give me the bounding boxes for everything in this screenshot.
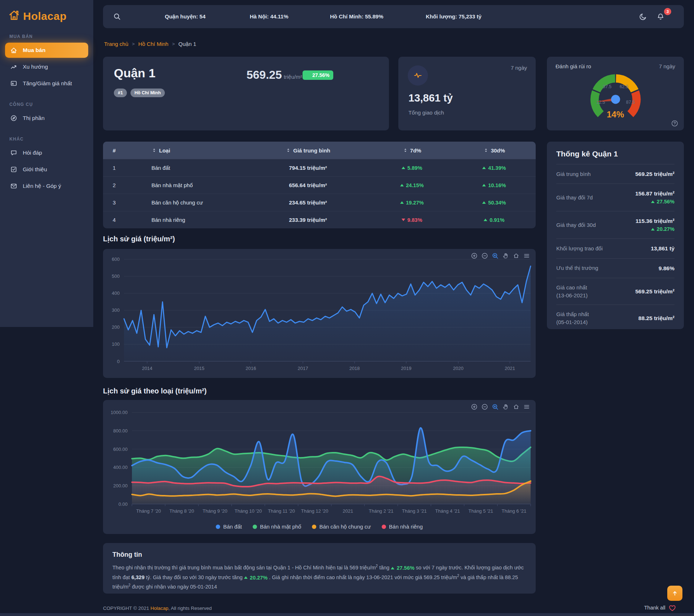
row-price: 233.39 triệu/m² [245,217,371,223]
svg-text:200: 200 [112,324,120,330]
svg-text:2019: 2019 [401,366,411,371]
sidebar-item-gioi-thieu[interactable]: Giới thiệu [5,162,88,177]
zoom-in-icon[interactable] [471,404,477,410]
notification-bell-icon[interactable] [656,13,665,21]
selection-zoom-icon[interactable] [492,404,498,410]
zoom-in-icon[interactable] [471,253,477,259]
svg-text:Tháng 7 '20: Tháng 7 '20 [136,508,161,514]
zoom-out-icon[interactable] [481,253,488,259]
table-row[interactable]: 3 Bán căn hộ chung cư 234.65 triệu/m² 19… [103,194,536,211]
legend-item[interactable]: Bán nhà riêng [382,524,423,530]
sidebar: Holacap MUA BÁN Mua bán Xu hướng Tăng/Gi… [0,0,93,327]
activity-pulse-icon [408,65,428,86]
sidebar-item-label: Giới thiệu [23,166,47,173]
price-change-badge: 27.56% [303,70,333,80]
table-row[interactable]: 4 Bán nhà riêng 233.39 triệu/m² 9.83% 0.… [103,211,536,228]
table-row[interactable]: 1 Bán đất 794.15 triệu/m² 5.89% 41.39% [103,159,536,176]
compass-icon [10,115,17,122]
help-icon[interactable] [671,120,678,127]
city-badge: Hồ Chí Minh [130,89,165,97]
selection-zoom-icon[interactable] [492,253,498,259]
row-index: 4 [103,217,125,223]
stat-ho-chi-minh: Hồ Chí Minh: 55.89% [330,13,384,20]
breadcrumb-current: Quận 1 [179,41,196,47]
svg-text:Tháng 4 '21: Tháng 4 '21 [435,508,460,514]
svg-text:87.5: 87.5 [626,100,635,105]
svg-text:2017: 2017 [298,366,308,371]
table-header-type[interactable]: Loại [125,147,245,154]
sidebar-item-xu-huong[interactable]: Xu hướng [5,59,88,74]
svg-text:Tháng 6 '21: Tháng 6 '21 [502,508,526,514]
svg-text:Tháng 5 '21: Tháng 5 '21 [468,508,493,514]
sidebar-item-lien-he[interactable]: Liên hệ - Góp ý [5,178,88,194]
row-30d-change: 41.39% [453,165,536,171]
svg-text:500: 500 [112,273,120,279]
table-header-7d[interactable]: 7d% [371,147,453,154]
chart-toolbar [471,404,530,410]
pan-hand-icon[interactable] [502,404,509,410]
mail-icon [10,182,17,190]
pan-hand-icon[interactable] [502,253,509,259]
reset-home-icon[interactable] [513,404,519,410]
footer-brand[interactable]: Holacap [150,606,168,611]
reset-home-icon[interactable] [513,253,519,259]
row-30d-change: 10.16% [453,182,536,188]
district-price: 569.25 triệu/m² [247,68,302,82]
table-row[interactable]: 2 Bán nhà mặt phố 656.64 triệu/m² 24.15%… [103,176,536,194]
topbar: Quận huyện: 54 Hà Nội: 44.11% Hồ Chí Min… [103,5,684,28]
sidebar-item-mua-ban[interactable]: Mua bán [5,43,88,58]
row-index: 2 [103,182,125,188]
price-by-type-title: Lịch sử giá theo loại (triệu/m²) [103,387,207,395]
chat-bubble-icon [10,149,17,156]
row-7d-change: 24.15% [371,182,453,188]
breadcrumb-city[interactable]: Hồ Chí Minh [138,41,168,47]
row-30d-change: 50.34% [453,200,536,206]
legend-item[interactable]: Bán đất [216,524,242,530]
svg-text:2014: 2014 [142,366,153,371]
svg-text:400.00: 400.00 [113,465,128,470]
svg-text:2016: 2016 [246,366,256,371]
dark-mode-moon-icon[interactable] [639,13,647,21]
sidebar-item-label: Xu hướng [23,64,48,70]
legend-item[interactable]: Bán căn hộ chung cư [312,524,371,530]
breadcrumb-home[interactable]: Trang chủ [104,41,128,47]
row-price: 794.15 triệu/m² [245,165,371,171]
svg-text:2021: 2021 [505,366,515,371]
table-header-30d[interactable]: 30d% [453,147,536,154]
row-type: Bán căn hộ chung cư [125,199,245,206]
table-header-index: # [103,147,125,154]
sidebar-item-tang-giam-gia-nhat[interactable]: Tăng/Giảm giá nhất [5,76,88,91]
svg-text:Tháng 3 '21: Tháng 3 '21 [402,508,427,514]
scroll-to-top-button[interactable] [667,586,682,601]
volume-period: 7 ngày [511,65,527,71]
legend-item[interactable]: Bán nhà mặt phố [253,524,301,530]
home-icon [10,47,17,54]
bottom-strip [0,613,694,616]
zoom-out-icon[interactable] [481,404,488,410]
holacap-dashboard: Holacap MUA BÁN Mua bán Xu hướng Tăng/Gi… [0,0,694,616]
menu-icon[interactable] [523,404,530,410]
table-header-price[interactable]: Giá trung bình [245,147,371,154]
svg-text:2021: 2021 [343,508,353,514]
legend-dot [312,525,316,529]
svg-text:200.00: 200.00 [113,483,128,488]
svg-text:Tháng 8 '20: Tháng 8 '20 [170,508,194,514]
svg-text:2015: 2015 [194,366,205,371]
svg-text:Tháng 9 '20: Tháng 9 '20 [203,508,227,514]
sort-icon [286,147,291,153]
logo[interactable]: Holacap [0,0,93,23]
search-icon[interactable] [113,13,121,21]
nav-section-cong-cu: CÔNG CỤ [9,102,93,107]
heart-icon[interactable] [668,604,676,611]
row-price: 656.64 triệu/m² [245,182,371,188]
row-type: Bán nhà riêng [125,217,245,223]
stat-khoi-luong: Khối lượng: 75,233 tỷ [426,13,481,20]
price-by-type-chart[interactable]: 0.00200.00400.00600.00800.001000.00Tháng… [103,400,536,534]
price-history-chart[interactable]: 0100200300400500600201420152016201720182… [103,249,536,378]
trend-arrow-icon [651,228,655,231]
logo-text: Holacap [23,10,67,22]
sidebar-item-hoi-dap[interactable]: Hỏi đáp [5,145,88,160]
row-index: 3 [103,199,125,206]
sidebar-item-thi-phan[interactable]: Thị phần [5,111,88,126]
menu-icon[interactable] [523,253,530,259]
